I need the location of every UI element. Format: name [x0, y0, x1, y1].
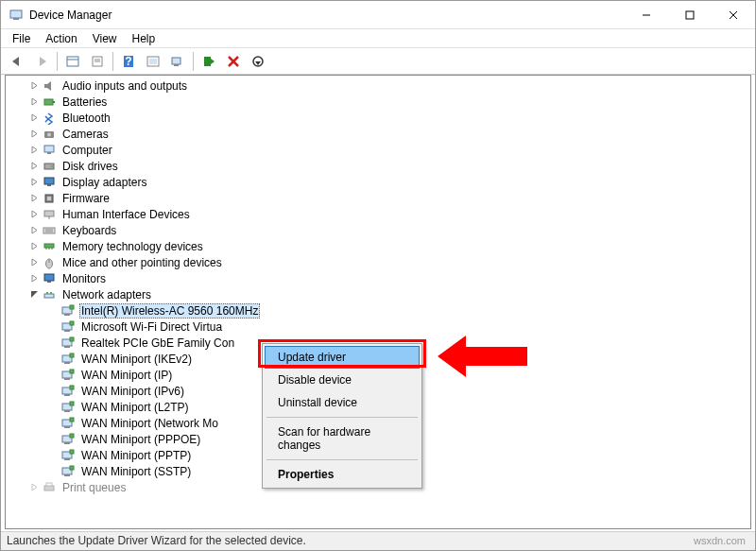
category-label: Computer [60, 144, 114, 157]
tree-category[interactable]: Disk drives [6, 158, 750, 174]
svg-marker-6 [12, 57, 19, 66]
expand-icon[interactable] [28, 177, 40, 188]
svg-point-29 [47, 132, 51, 136]
device-label: WAN Miniport (IPv6) [79, 385, 186, 398]
category-icon [42, 175, 57, 190]
ctx-properties[interactable]: Properties [265, 463, 420, 486]
category-label: Bluetooth [60, 112, 112, 125]
svg-rect-74 [70, 402, 74, 405]
category-label: Disk drives [60, 160, 120, 173]
category-label: Audio inputs and outputs [60, 79, 189, 93]
svg-rect-64 [64, 362, 70, 364]
context-menu: Update driver Disable device Uninstall d… [262, 343, 422, 489]
tree-category[interactable]: Firmware [6, 190, 750, 206]
tree-category[interactable]: Mice and other pointing devices [6, 254, 750, 270]
show-hidden-button[interactable] [61, 51, 84, 72]
menu-action[interactable]: Action [38, 30, 84, 47]
svg-rect-17 [172, 58, 180, 64]
expand-icon[interactable] [28, 161, 40, 172]
category-label: Human Interface Devices [60, 208, 192, 221]
maximize-button[interactable] [668, 1, 712, 29]
tree-category[interactable]: Computer [6, 142, 750, 158]
close-button[interactable] [712, 1, 755, 29]
expand-icon[interactable] [28, 112, 40, 124]
back-button[interactable] [6, 51, 28, 72]
expand-icon[interactable] [28, 193, 40, 204]
disable-button[interactable] [247, 51, 269, 72]
category-label: Mice and other pointing devices [60, 256, 224, 269]
expand-icon[interactable] [28, 129, 40, 140]
category-icon [42, 95, 57, 110]
expand-icon[interactable] [28, 482, 40, 493]
device-label: WAN Miniport (Network Mo [79, 417, 220, 430]
network-adapter-icon [60, 368, 76, 383]
minimize-button[interactable] [625, 1, 668, 29]
tree-device[interactable]: Microsoft Wi-Fi Direct Virtua [6, 319, 750, 335]
device-label: Microsoft Wi-Fi Direct Virtua [79, 320, 224, 334]
category-label: Firmware [60, 192, 112, 205]
expand-icon[interactable] [28, 80, 40, 92]
svg-rect-59 [70, 321, 74, 325]
network-adapter-icon [60, 319, 76, 335]
menu-help[interactable]: Help [125, 30, 163, 47]
expand-icon[interactable] [28, 145, 40, 156]
expand-icon[interactable] [28, 209, 40, 220]
ctx-sep [266, 459, 418, 460]
tree-device[interactable]: Intel(R) Wireless-AC 9560 160MHz [6, 302, 750, 319]
ctx-uninstall-device[interactable]: Uninstall device [265, 391, 420, 414]
tree-category[interactable]: Batteries [6, 94, 750, 110]
svg-rect-55 [64, 314, 70, 316]
expand-icon[interactable] [28, 273, 40, 284]
toolbar-sep [57, 52, 58, 71]
properties-button[interactable] [86, 51, 109, 72]
scan-hardware-button[interactable] [166, 51, 189, 72]
ctx-update-driver[interactable]: Update driver [265, 346, 420, 369]
tree-category[interactable]: Network adapters [6, 286, 750, 302]
expand-icon[interactable] [28, 225, 40, 236]
svg-rect-77 [70, 418, 74, 422]
category-icon [42, 255, 57, 270]
ctx-disable-device[interactable]: Disable device [265, 369, 420, 391]
forward-button[interactable] [30, 51, 53, 72]
svg-rect-87 [44, 486, 54, 491]
tree-category[interactable]: Bluetooth [6, 110, 750, 126]
category-icon [42, 127, 57, 142]
menu-file[interactable]: File [5, 30, 38, 47]
svg-rect-0 [10, 10, 22, 18]
category-icon [42, 111, 57, 126]
expand-icon[interactable] [28, 257, 40, 268]
network-adapter-icon [60, 352, 76, 367]
menu-view[interactable]: View [85, 30, 125, 47]
svg-text:?: ? [125, 55, 131, 68]
tree-category[interactable]: Keyboards [6, 222, 750, 238]
svg-point-33 [51, 165, 53, 167]
uninstall-button[interactable] [222, 51, 245, 72]
toolbar-icon[interactable] [142, 51, 164, 72]
update-driver-button[interactable] [198, 51, 220, 72]
tree-category[interactable]: Cameras [6, 126, 750, 142]
collapse-icon[interactable] [28, 289, 40, 301]
tree-category[interactable]: Memory technology devices [6, 238, 750, 254]
tree-category[interactable]: Audio inputs and outputs [6, 77, 750, 94]
toolbar-sep [112, 52, 113, 71]
svg-rect-83 [70, 450, 74, 454]
tree-category[interactable]: Human Interface Devices [6, 206, 750, 222]
category-icon [42, 480, 57, 495]
tree-category[interactable]: Monitors [6, 270, 750, 286]
svg-rect-49 [44, 274, 54, 281]
svg-marker-24 [255, 61, 261, 65]
tree-category[interactable]: Display adapters [6, 174, 750, 190]
help-button[interactable]: ? [117, 51, 140, 72]
svg-rect-43 [44, 244, 54, 248]
ctx-scan-hardware[interactable]: Scan for hardware changes [265, 421, 420, 456]
network-adapter-icon [60, 303, 76, 319]
svg-rect-65 [70, 353, 74, 357]
window-title: Device Manager [29, 9, 625, 22]
network-adapter-icon [60, 384, 76, 399]
device-label: WAN Miniport (IP) [79, 369, 174, 382]
svg-rect-73 [64, 410, 70, 412]
expand-icon[interactable] [28, 241, 40, 252]
svg-rect-3 [686, 11, 694, 19]
network-adapter-icon [60, 336, 76, 351]
expand-icon[interactable] [28, 96, 40, 108]
